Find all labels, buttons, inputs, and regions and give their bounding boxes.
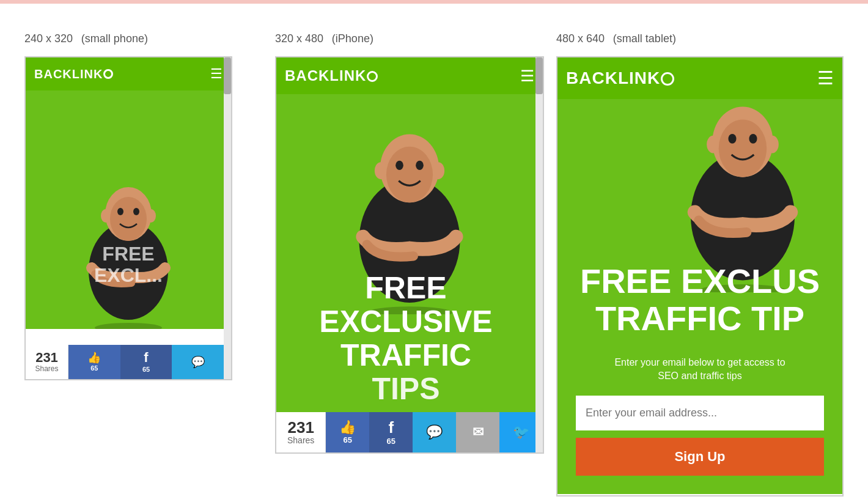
preview-title-small-phone: 240 x 320 (small phone) bbox=[24, 27, 263, 46]
hero-text-small-phone: FREE EXCL... bbox=[26, 243, 231, 286]
preview-title-iphone: 320 x 480 (iPhone) bbox=[275, 27, 544, 46]
svg-point-7 bbox=[95, 323, 162, 329]
signup-button[interactable]: Sign Up bbox=[576, 438, 824, 476]
svg-point-20 bbox=[719, 120, 767, 177]
preview-small-phone: 240 x 320 (small phone) BACKLINK ☰ bbox=[18, 27, 269, 496]
site-header-small-tablet: BACKLINK ☰ bbox=[557, 57, 842, 99]
svg-point-19 bbox=[766, 136, 779, 153]
sms-icon: 💬 bbox=[191, 356, 205, 367]
device-frame-iphone: BACKLINK ☰ bbox=[275, 56, 544, 454]
share-count-iphone: 231 Shares bbox=[276, 412, 326, 452]
hero-area-iphone: FREE EXCLUSIVE TRAFFIC TIPS bbox=[276, 94, 543, 412]
hero-area-small-tablet: FREE EXCLUS TRAFFIC TIP bbox=[557, 99, 842, 344]
site-header-small-phone: BACKLINK ☰ bbox=[26, 57, 231, 90]
facebook-icon: f bbox=[144, 351, 148, 364]
scrollbar-iphone[interactable] bbox=[535, 57, 543, 452]
sms-button-iphone[interactable]: 💬 bbox=[413, 412, 456, 452]
share-bar-iphone: 231 Shares 👍 65 f 65 💬 bbox=[276, 412, 543, 452]
svg-point-18 bbox=[707, 136, 719, 153]
hero-line1: FREE bbox=[276, 271, 535, 305]
svg-point-13 bbox=[395, 161, 403, 170]
facebook-button-small-phone[interactable]: f 65 bbox=[120, 345, 172, 379]
scrollbar-thumb-iphone bbox=[535, 57, 543, 94]
email-input[interactable] bbox=[576, 396, 824, 430]
hero-text-small-tablet: FREE EXCLUS TRAFFIC TIP bbox=[557, 262, 842, 338]
svg-point-5 bbox=[117, 208, 123, 215]
hero-text-iphone: FREE EXCLUSIVE TRAFFIC TIPS bbox=[276, 271, 535, 406]
svg-point-6 bbox=[133, 208, 139, 215]
device-frame-small-tablet: BACKLINK ☰ bbox=[556, 56, 844, 496]
device-content-iphone: BACKLINK ☰ bbox=[276, 57, 543, 452]
share-bar-small-phone: 231 Shares 👍 65 f 65 💬 bbox=[26, 345, 224, 379]
like-icon-iphone: 👍 bbox=[339, 421, 356, 434]
email-form-area: Enter your email below to get access toS… bbox=[557, 344, 842, 494]
svg-point-10 bbox=[375, 162, 387, 179]
svg-point-11 bbox=[432, 162, 444, 179]
facebook-button-iphone[interactable]: f 65 bbox=[369, 412, 413, 452]
hamburger-icon-iphone[interactable]: ☰ bbox=[520, 68, 534, 84]
hero-area-small-phone: FREE EXCL... bbox=[26, 90, 231, 329]
email-icon-iphone: ✉ bbox=[473, 426, 484, 439]
logo-o-icon bbox=[103, 69, 113, 79]
svg-point-21 bbox=[728, 134, 736, 144]
logo-o-icon-iphone bbox=[367, 71, 378, 82]
like-button-small-phone[interactable]: 👍 65 bbox=[68, 345, 120, 379]
hero-line4: TIPS bbox=[276, 372, 535, 406]
previews-container: 240 x 320 (small phone) BACKLINK ☰ bbox=[18, 21, 850, 496]
preview-title-small-tablet: 480 x 640 (small tablet) bbox=[556, 27, 844, 46]
logo-small-tablet: BACKLINK bbox=[566, 68, 674, 88]
svg-point-4 bbox=[110, 197, 147, 241]
scrollbar-small-phone[interactable] bbox=[224, 57, 231, 379]
device-frame-small-phone: BACKLINK ☰ bbox=[24, 56, 232, 380]
email-form-subtitle: Enter your email below to get access toS… bbox=[576, 356, 824, 383]
device-content-small-phone: BACKLINK ☰ bbox=[26, 57, 231, 379]
hamburger-icon-small-phone[interactable]: ☰ bbox=[210, 67, 223, 81]
svg-point-12 bbox=[386, 147, 433, 202]
scrollbar-thumb-small-phone bbox=[224, 57, 231, 94]
logo-iphone: BACKLINK bbox=[285, 67, 378, 84]
sms-button-small-phone[interactable]: 💬 bbox=[172, 345, 224, 379]
hamburger-icon-small-tablet[interactable]: ☰ bbox=[817, 69, 834, 87]
twitter-icon-iphone: 🐦 bbox=[513, 426, 529, 439]
like-icon: 👍 bbox=[87, 352, 101, 363]
logo-small-phone: BACKLINK bbox=[34, 67, 113, 81]
svg-point-2 bbox=[101, 209, 111, 223]
preview-small-tablet: 480 x 640 (small tablet) BACKLINK ☰ bbox=[550, 27, 850, 496]
email-button-iphone[interactable]: ✉ bbox=[456, 412, 499, 452]
svg-point-22 bbox=[749, 134, 757, 144]
hero-line2: EXCLUSIVE bbox=[276, 305, 535, 339]
hero-line3: TRAFFIC bbox=[276, 339, 535, 372]
site-header-iphone: BACKLINK ☰ bbox=[276, 57, 543, 94]
preview-iphone: 320 x 480 (iPhone) BACKLINK ☰ bbox=[269, 27, 550, 496]
top-bar bbox=[0, 0, 868, 4]
sms-icon-iphone: 💬 bbox=[426, 426, 443, 439]
share-count-small-phone: 231 Shares bbox=[26, 345, 68, 379]
logo-o-icon-tablet bbox=[661, 72, 674, 86]
facebook-icon-iphone: f bbox=[388, 419, 394, 435]
like-button-iphone[interactable]: 👍 65 bbox=[326, 412, 369, 452]
svg-point-3 bbox=[146, 209, 156, 223]
svg-point-14 bbox=[416, 161, 424, 170]
device-content-small-tablet: BACKLINK ☰ bbox=[557, 57, 842, 495]
